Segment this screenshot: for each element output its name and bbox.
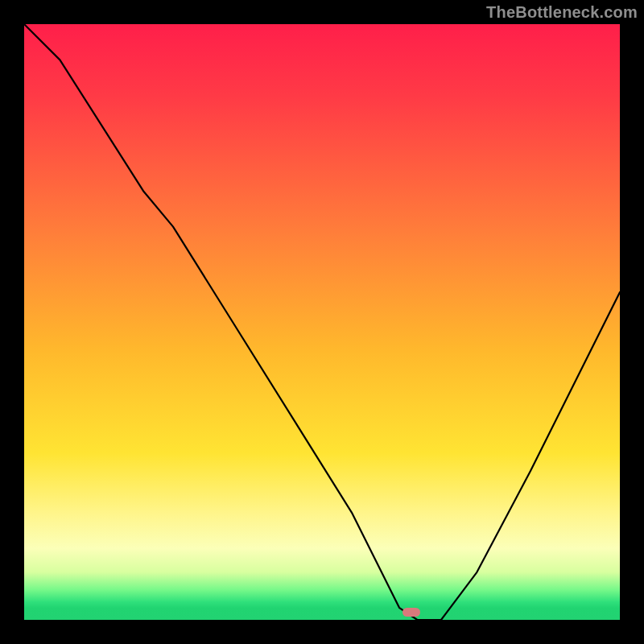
bottleneck-curve	[24, 24, 620, 620]
chart-stage: TheBottleneck.com	[0, 0, 644, 644]
optimal-marker	[402, 608, 420, 617]
watermark-text: TheBottleneck.com	[486, 3, 638, 22]
plot-area	[24, 24, 620, 620]
